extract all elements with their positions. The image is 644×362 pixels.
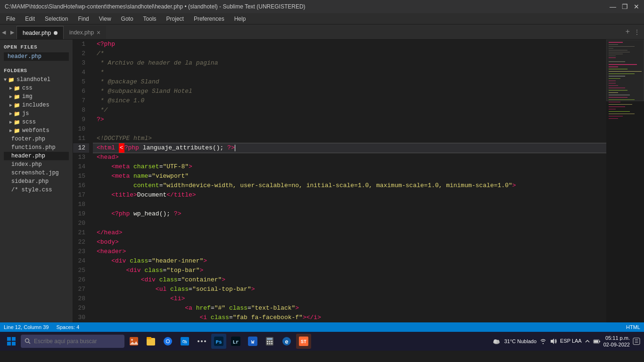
line-num-20: 20 [73,219,89,228]
file-functions-php[interactable]: functions.php [4,143,69,152]
menu-edit[interactable]: Edit [21,15,39,23]
file-footer-php[interactable]: footer.php [4,135,69,143]
svg-rect-78 [599,341,600,342]
menu-preferences[interactable]: Preferences [190,15,228,23]
sidebar-folders: FOLDERS ▼ 📁 slandhotel ▶ 📁 css ▶ 📁 img ▶ [0,64,73,196]
start-button[interactable] [4,334,19,349]
code-line-5: * @package Sland [93,77,606,87]
menu-project[interactable]: Project [163,15,188,23]
folder-icon: 📁 [14,111,20,117]
folder-scss[interactable]: ▶ 📁 scss [4,118,69,126]
taskbar-app-browser[interactable] [160,334,175,349]
line-num-7: 7 [73,96,89,106]
file-header-php[interactable]: header.php [4,152,69,160]
menu-file[interactable]: File [2,15,19,23]
code-content[interactable]: <?php /* * Archivo de header de la pagin… [93,40,606,351]
menu-selection[interactable]: Selection [41,15,72,23]
line-num-10: 10 [73,124,89,134]
svg-rect-27 [609,102,620,102]
line-num-8: 8 [73,106,89,115]
notification-button[interactable]: ☰ [633,337,640,345]
maximize-button[interactable]: ❐ [622,3,628,10]
tab-bar: ◀ ▶ header.php index.php × + ⋮ [0,25,644,40]
tab-index-php[interactable]: index.php × [64,26,106,39]
close-button[interactable]: ✕ [634,3,639,10]
line-num-24: 24 [73,256,89,266]
arrow-icon: ▶ [9,85,12,91]
battery-icon[interactable] [593,337,601,345]
search-box[interactable] [21,335,124,348]
tab-layout-button[interactable]: ⋮ [634,28,640,36]
tab-header-php[interactable]: header.php [17,26,64,39]
folders-header[interactable]: FOLDERS [4,66,69,75]
menu-view[interactable]: View [95,15,115,23]
tab-add-button[interactable]: + [625,28,630,36]
search-input[interactable] [34,338,114,345]
folder-js[interactable]: ▶ 📁 js [4,109,69,118]
taskbar-app-photoshop[interactable]: Ps [211,334,226,349]
minimize-button[interactable]: — [610,3,616,10]
taskbar-app-store[interactable]: 🛍 [177,334,192,349]
folder-img[interactable]: ▶ 📁 img [4,92,69,101]
taskbar-app-lr[interactable]: Lr [228,334,243,349]
code-line-20 [93,219,606,228]
taskbar-app-files[interactable] [143,334,158,349]
file-sidebar-php[interactable]: sidebar.php [4,177,69,186]
tab-close-index[interactable]: × [97,29,100,36]
menu-find[interactable]: Find [74,15,92,23]
line-num-1: 1 [73,40,89,49]
line-num-27: 27 [73,285,89,294]
weather-icon[interactable] [492,337,501,346]
taskbar-app-ie[interactable]: e [279,334,294,349]
folder-icon: 📁 [14,94,20,100]
network-icon[interactable] [539,337,547,345]
folder-icon: 📁 [14,102,20,108]
sidebar-open-files: OPEN FILES header.php [0,40,73,64]
folder-css[interactable]: ▶ 📁 css [4,84,69,92]
folder-webfonts[interactable]: ▶ 📁 webfonts [4,126,69,135]
open-file-header-php[interactable]: header.php [4,52,69,61]
svg-rect-32 [609,114,635,114]
svg-rect-68 [271,343,272,345]
svg-text:e: e [285,339,288,346]
file-screenshot-jpg[interactable]: screenshot.jpg [4,169,69,177]
taskbar-app-more[interactable] [194,334,209,349]
folder-slandhotel[interactable]: ▼ 📁 slandhotel [4,75,69,84]
status-right: HTML [626,324,640,330]
code-line-26: <div class = "container" > [93,275,606,285]
file-style-css[interactable]: /* style.css [4,186,69,194]
open-files-header[interactable]: OPEN FILES [4,42,69,52]
wifi-icon [539,337,547,345]
svg-rect-63 [267,341,268,342]
file-index-php[interactable]: index.php [4,160,69,169]
svg-rect-35 [606,40,644,101]
folder-includes[interactable]: ▶ 📁 includes [4,101,69,109]
ie-icon: e [281,336,292,347]
minimap[interactable] [606,40,644,351]
tab-nav-right[interactable]: ▶ [8,27,16,37]
spaces-info: Spaces: 4 [56,324,79,330]
line-num-21: 21 [73,228,89,238]
menu-bar: File Edit Selection Find View Goto Tools… [0,13,644,25]
tab-nav-left[interactable]: ◀ [0,27,8,37]
folder-icon: 📁 [14,85,20,91]
svg-point-43 [131,339,133,341]
code-line-10 [93,124,606,134]
code-line-7: * @since 1.0 [93,96,606,106]
taskbar-app-calculator[interactable] [262,334,277,349]
svg-rect-37 [12,337,16,341]
lightroom-icon: Lr [230,336,241,347]
line-num-18: 18 [73,200,89,209]
line-num-12: 12 [73,143,89,153]
title-bar-controls: — ❐ ✕ [610,3,639,10]
menu-goto[interactable]: Goto [117,15,137,23]
datetime-display[interactable]: 05:11 p.m. 02-09-2022 [603,335,630,348]
svg-point-53 [201,340,203,342]
taskbar-app-word[interactable]: W [245,334,260,349]
volume-icon[interactable] [550,337,557,345]
menu-tools[interactable]: Tools [140,15,160,23]
taskbar-app-photos[interactable] [126,334,141,349]
menu-help[interactable]: Help [231,15,250,23]
taskbar-app-sublime[interactable]: ST [296,334,311,349]
show-hidden-icon[interactable] [585,338,590,344]
